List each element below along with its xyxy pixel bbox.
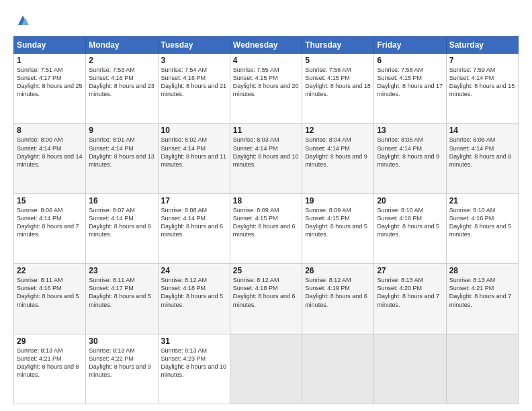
day-number: 1 — [17, 56, 83, 65]
cell-info: Sunrise: 8:13 AMSunset: 4:21 PMDaylight:… — [17, 347, 79, 378]
day-number: 16 — [89, 196, 154, 205]
cell-info: Sunrise: 8:13 AMSunset: 4:21 PMDaylight:… — [449, 277, 512, 308]
cell-info: Sunrise: 8:02 AMSunset: 4:14 PMDaylight:… — [161, 136, 227, 167]
day-header-saturday: Saturday — [446, 37, 518, 54]
day-number: 15 — [17, 196, 83, 205]
cell-info: Sunrise: 8:12 AMSunset: 4:18 PMDaylight:… — [233, 277, 296, 308]
calendar-cell: 4Sunrise: 7:55 AMSunset: 4:15 PMDaylight… — [230, 54, 302, 124]
calendar-cell: 5Sunrise: 7:56 AMSunset: 4:15 PMDaylight… — [302, 54, 374, 124]
day-number: 7 — [449, 56, 515, 65]
day-number: 9 — [89, 126, 154, 135]
calendar-cell: 17Sunrise: 8:08 AMSunset: 4:14 PMDayligh… — [158, 193, 230, 263]
day-number: 8 — [17, 126, 83, 135]
calendar-cell: 18Sunrise: 8:09 AMSunset: 4:15 PMDayligh… — [230, 193, 302, 263]
calendar-cell: 8Sunrise: 8:00 AMSunset: 4:14 PMDaylight… — [14, 124, 86, 193]
day-number: 28 — [449, 266, 515, 275]
day-number: 13 — [377, 126, 443, 135]
day-number: 2 — [89, 56, 154, 65]
cell-info: Sunrise: 8:10 AMSunset: 4:16 PMDaylight:… — [449, 207, 512, 238]
day-number: 20 — [377, 196, 443, 205]
day-header-sunday: Sunday — [14, 37, 86, 54]
day-number: 18 — [233, 196, 299, 205]
calendar-cell — [302, 334, 374, 404]
logo — [13, 11, 35, 30]
logo-icon — [13, 11, 32, 30]
cell-info: Sunrise: 8:06 AMSunset: 4:14 PMDaylight:… — [17, 207, 79, 238]
calendar-cell: 25Sunrise: 8:12 AMSunset: 4:18 PMDayligh… — [230, 264, 302, 334]
day-number: 19 — [305, 196, 371, 205]
day-number: 23 — [89, 266, 154, 275]
day-number: 4 — [233, 56, 299, 65]
cell-info: Sunrise: 8:12 AMSunset: 4:18 PMDaylight:… — [161, 277, 224, 308]
day-number: 12 — [305, 126, 371, 135]
calendar-cell: 31Sunrise: 8:13 AMSunset: 4:23 PMDayligh… — [158, 334, 230, 404]
day-header-tuesday: Tuesday — [158, 37, 230, 54]
day-number: 27 — [377, 266, 443, 275]
cell-info: Sunrise: 7:55 AMSunset: 4:15 PMDaylight:… — [233, 66, 299, 97]
calendar-cell: 23Sunrise: 8:11 AMSunset: 4:17 PMDayligh… — [86, 264, 158, 334]
cell-info: Sunrise: 8:04 AMSunset: 4:14 PMDaylight:… — [305, 136, 367, 167]
calendar-cell: 19Sunrise: 8:09 AMSunset: 4:15 PMDayligh… — [302, 193, 374, 263]
day-number: 10 — [161, 126, 227, 135]
day-number: 21 — [449, 196, 515, 205]
calendar-week-4: 22Sunrise: 8:11 AMSunset: 4:16 PMDayligh… — [14, 264, 519, 334]
cell-info: Sunrise: 8:06 AMSunset: 4:14 PMDaylight:… — [449, 136, 512, 167]
calendar-cell — [230, 334, 302, 404]
calendar-cell: 2Sunrise: 7:53 AMSunset: 4:16 PMDaylight… — [86, 54, 158, 124]
calendar-week-1: 1Sunrise: 7:51 AMSunset: 4:17 PMDaylight… — [14, 54, 519, 124]
calendar-cell — [374, 334, 446, 404]
day-number: 31 — [161, 336, 227, 346]
day-number: 24 — [161, 266, 227, 275]
cell-info: Sunrise: 8:09 AMSunset: 4:15 PMDaylight:… — [233, 207, 296, 238]
calendar-cell: 14Sunrise: 8:06 AMSunset: 4:14 PMDayligh… — [446, 124, 518, 193]
day-header-monday: Monday — [86, 37, 158, 54]
cell-info: Sunrise: 7:51 AMSunset: 4:17 PMDaylight:… — [17, 66, 83, 97]
calendar-header-row: SundayMondayTuesdayWednesdayThursdayFrid… — [14, 37, 519, 54]
cell-info: Sunrise: 8:03 AMSunset: 4:14 PMDaylight:… — [233, 136, 299, 167]
day-header-friday: Friday — [374, 37, 446, 54]
calendar-table: SundayMondayTuesdayWednesdayThursdayFrid… — [13, 36, 519, 404]
cell-info: Sunrise: 8:12 AMSunset: 4:19 PMDaylight:… — [305, 277, 367, 308]
day-number: 3 — [161, 56, 227, 65]
header — [13, 11, 519, 30]
calendar-week-2: 8Sunrise: 8:00 AMSunset: 4:14 PMDaylight… — [14, 124, 519, 193]
cell-info: Sunrise: 8:05 AMSunset: 4:14 PMDaylight:… — [377, 136, 439, 167]
calendar-cell: 7Sunrise: 7:59 AMSunset: 4:14 PMDaylight… — [446, 54, 518, 124]
calendar-cell: 20Sunrise: 8:10 AMSunset: 4:16 PMDayligh… — [374, 193, 446, 263]
day-number: 5 — [305, 56, 371, 65]
day-header-wednesday: Wednesday — [230, 37, 302, 54]
cell-info: Sunrise: 8:08 AMSunset: 4:14 PMDaylight:… — [161, 207, 224, 238]
cell-info: Sunrise: 8:07 AMSunset: 4:14 PMDaylight:… — [89, 207, 151, 238]
calendar-cell: 29Sunrise: 8:13 AMSunset: 4:21 PMDayligh… — [14, 334, 86, 404]
day-header-thursday: Thursday — [302, 37, 374, 54]
calendar-cell: 13Sunrise: 8:05 AMSunset: 4:14 PMDayligh… — [374, 124, 446, 193]
calendar-cell: 26Sunrise: 8:12 AMSunset: 4:19 PMDayligh… — [302, 264, 374, 334]
day-number: 22 — [17, 266, 83, 275]
cell-info: Sunrise: 7:54 AMSunset: 4:16 PMDaylight:… — [161, 66, 227, 97]
calendar-cell: 1Sunrise: 7:51 AMSunset: 4:17 PMDaylight… — [14, 54, 86, 124]
calendar-cell: 3Sunrise: 7:54 AMSunset: 4:16 PMDaylight… — [158, 54, 230, 124]
day-number: 17 — [161, 196, 227, 205]
calendar-cell: 15Sunrise: 8:06 AMSunset: 4:14 PMDayligh… — [14, 193, 86, 263]
cell-info: Sunrise: 8:11 AMSunset: 4:17 PMDaylight:… — [89, 277, 151, 308]
calendar-cell: 6Sunrise: 7:58 AMSunset: 4:15 PMDaylight… — [374, 54, 446, 124]
day-number: 14 — [449, 126, 515, 135]
cell-info: Sunrise: 8:00 AMSunset: 4:14 PMDaylight:… — [17, 136, 83, 167]
calendar-cell: 30Sunrise: 8:13 AMSunset: 4:22 PMDayligh… — [86, 334, 158, 404]
cell-info: Sunrise: 8:11 AMSunset: 4:16 PMDaylight:… — [17, 277, 79, 308]
day-number: 26 — [305, 266, 371, 275]
calendar-cell: 24Sunrise: 8:12 AMSunset: 4:18 PMDayligh… — [158, 264, 230, 334]
day-number: 11 — [233, 126, 299, 135]
calendar-cell: 28Sunrise: 8:13 AMSunset: 4:21 PMDayligh… — [446, 264, 518, 334]
cell-info: Sunrise: 8:13 AMSunset: 4:20 PMDaylight:… — [377, 277, 439, 308]
day-number: 30 — [89, 336, 154, 346]
calendar-cell: 16Sunrise: 8:07 AMSunset: 4:14 PMDayligh… — [86, 193, 158, 263]
cell-info: Sunrise: 7:58 AMSunset: 4:15 PMDaylight:… — [377, 66, 443, 97]
cell-info: Sunrise: 8:10 AMSunset: 4:16 PMDaylight:… — [377, 207, 439, 238]
calendar-cell: 21Sunrise: 8:10 AMSunset: 4:16 PMDayligh… — [446, 193, 518, 263]
day-number: 25 — [233, 266, 299, 275]
calendar-cell: 27Sunrise: 8:13 AMSunset: 4:20 PMDayligh… — [374, 264, 446, 334]
cell-info: Sunrise: 8:09 AMSunset: 4:15 PMDaylight:… — [305, 207, 367, 238]
calendar-week-5: 29Sunrise: 8:13 AMSunset: 4:21 PMDayligh… — [14, 334, 519, 404]
calendar-cell: 22Sunrise: 8:11 AMSunset: 4:16 PMDayligh… — [14, 264, 86, 334]
